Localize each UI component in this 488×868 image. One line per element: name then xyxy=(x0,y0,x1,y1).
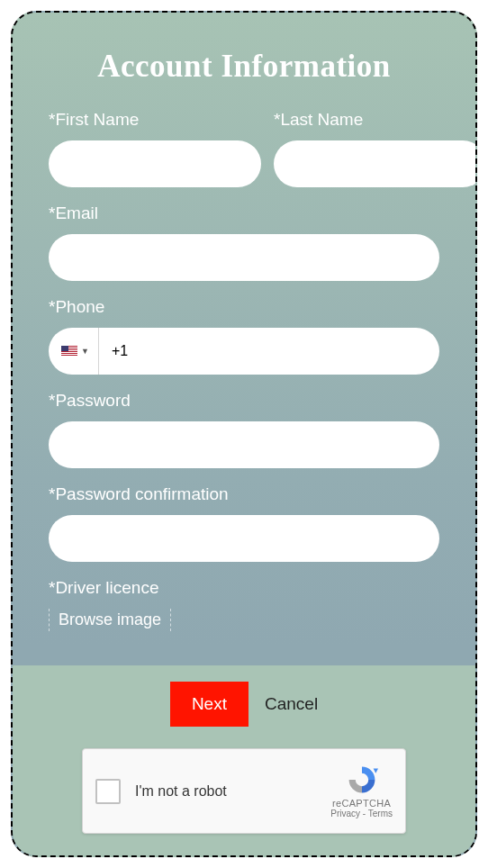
recaptcha-label: I'm not a robot xyxy=(135,783,316,800)
phone-input[interactable] xyxy=(99,328,439,375)
us-flag-icon xyxy=(61,346,77,357)
cancel-button[interactable]: Cancel xyxy=(265,694,318,714)
phone-label: *Phone xyxy=(49,297,439,317)
recaptcha-links[interactable]: Privacy - Terms xyxy=(330,809,393,818)
recaptcha-widget: I'm not a robot reCAPTCHA Privacy - Term… xyxy=(82,748,406,834)
first-name-input[interactable] xyxy=(49,140,261,187)
last-name-field: *Last Name xyxy=(274,110,477,187)
svg-marker-0 xyxy=(373,768,377,773)
recaptcha-icon xyxy=(346,764,378,796)
password-label: *Password xyxy=(49,391,439,411)
driver-licence-field: *Driver licence Browse image xyxy=(49,578,439,631)
password-input[interactable] xyxy=(49,421,439,468)
phone-field: *Phone ▼ xyxy=(49,297,439,375)
first-name-label: *First Name xyxy=(49,110,261,130)
form-footer: Next Cancel I'm not a robot reCAPTCHA Pr… xyxy=(13,665,475,857)
password-field: *Password xyxy=(49,391,439,468)
next-button[interactable]: Next xyxy=(170,682,249,727)
recaptcha-logo: reCAPTCHA Privacy - Terms xyxy=(330,764,393,818)
account-form-card: Account Information *First Name *Last Na… xyxy=(11,11,477,857)
email-label: *Email xyxy=(49,203,439,223)
first-name-field: *First Name xyxy=(49,110,261,187)
last-name-label: *Last Name xyxy=(274,110,477,130)
country-select[interactable]: ▼ xyxy=(49,328,99,375)
recaptcha-checkbox[interactable] xyxy=(95,779,121,804)
browse-image-button[interactable]: Browse image xyxy=(49,609,171,631)
form-area: Account Information *First Name *Last Na… xyxy=(13,13,475,665)
password-confirm-label: *Password confirmation xyxy=(49,484,439,504)
recaptcha-brand: reCAPTCHA xyxy=(330,798,393,809)
email-input[interactable] xyxy=(49,234,439,281)
driver-licence-label: *Driver licence xyxy=(49,578,439,598)
email-field: *Email xyxy=(49,203,439,281)
password-confirm-field: *Password confirmation xyxy=(49,484,439,562)
password-confirm-input[interactable] xyxy=(49,515,439,562)
page-title: Account Information xyxy=(49,49,439,85)
last-name-input[interactable] xyxy=(274,140,477,187)
chevron-down-icon: ▼ xyxy=(81,347,89,356)
